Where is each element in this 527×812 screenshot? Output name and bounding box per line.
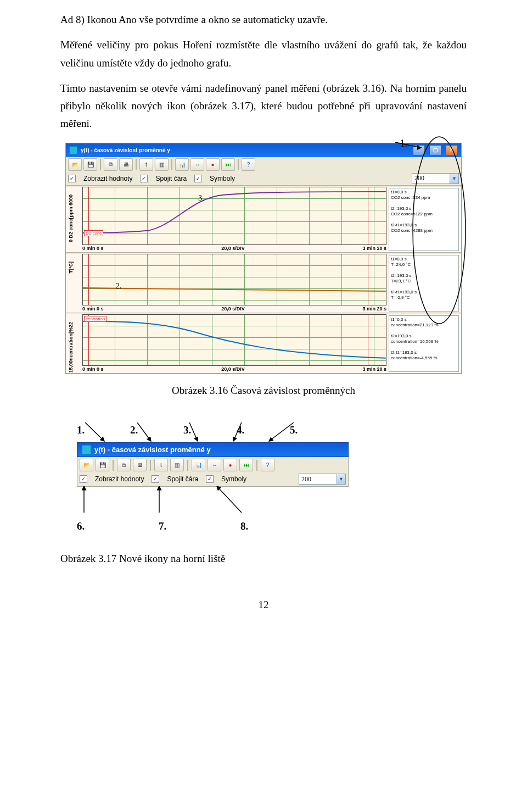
- annotation-1: 1.: [400, 138, 408, 149]
- scale-input[interactable]: [299, 475, 337, 483]
- plot-pane: 15,00ncentration[%22 centration 0 min 0 …: [66, 314, 461, 374]
- arrows-top: [77, 422, 349, 442]
- symbols-checkbox[interactable]: ✓: [194, 175, 202, 182]
- record-icon[interactable]: ●: [223, 459, 237, 471]
- skip-icon[interactable]: ⏭: [239, 459, 253, 471]
- y-axis-label: T[°C]: [68, 262, 74, 274]
- t-tool-icon[interactable]: t: [154, 459, 168, 471]
- y-axis-label: 0 D2 conc[ppm 6000: [68, 194, 74, 242]
- open-icon[interactable]: 📂: [80, 459, 93, 471]
- app-icon: [69, 146, 77, 154]
- save-icon[interactable]: 💾: [83, 158, 97, 171]
- curve: [83, 187, 386, 244]
- svg-line-6: [233, 422, 242, 441]
- help-icon[interactable]: ?: [261, 459, 274, 471]
- plot-grid: 3. D2 conc: [82, 187, 386, 245]
- show-values-checkbox[interactable]: ✓: [80, 475, 87, 483]
- plot-pane: 0 D2 conc[ppm 6000 3. D2 conc 0 min 0 s …: [66, 187, 461, 253]
- arrows-bottom: [77, 486, 349, 519]
- maximize-button[interactable]: ▢: [429, 145, 441, 155]
- paragraph-ad8: Ad 8) Ikonou Ano vše potvrdíme a okno se…: [60, 11, 467, 29]
- scale-combo[interactable]: ▼: [299, 474, 346, 485]
- svg-line-10: [217, 486, 242, 513]
- record-icon[interactable]: ●: [206, 158, 220, 171]
- scale-combo[interactable]: ▼: [412, 173, 459, 184]
- annotation-inline: 3.: [198, 194, 204, 203]
- x-axis-labels: 0 min 0 s 20,0 s/DIV 3 min 20 s: [82, 306, 386, 312]
- expand-icon[interactable]: ↔: [208, 459, 221, 471]
- toolbar-titlebar: y(t) - časová závislost proměnné y: [77, 442, 349, 457]
- svg-line-5: [189, 422, 198, 441]
- x-axis-labels: 0 min 0 s 20,0 s/DIV 3 min 20 s: [82, 246, 386, 251]
- y-axis-label: 15,00ncentration[%22: [68, 322, 74, 373]
- plot-info-panel: t1=0,0 sconcentration=21,123 %t2=193,0 s…: [389, 315, 459, 372]
- figure-window-3-16: y(t) - časová závislost proměnné y _ ▢ ✕…: [65, 143, 462, 374]
- join-lines-checkbox[interactable]: ✓: [140, 175, 148, 182]
- svg-line-3: [85, 422, 104, 441]
- help-icon[interactable]: ?: [242, 158, 255, 171]
- chart-icon[interactable]: 📊: [175, 158, 189, 171]
- columns-icon[interactable]: ▥: [155, 158, 169, 171]
- chevron-down-icon[interactable]: ▼: [337, 474, 345, 484]
- plot-badge: D2 conc: [84, 230, 103, 236]
- caption-3-16: Obrázek 3.16 Časová závislost proměnných: [60, 382, 467, 399]
- bottom-number-labels: 6. 7. 8.: [77, 518, 467, 535]
- svg-line-4: [137, 422, 151, 441]
- symbols-label: Symboly: [210, 175, 235, 182]
- page-number: 12: [60, 596, 467, 614]
- x-axis-labels: 0 min 0 s 20,0 s/DIV 3 min 20 s: [82, 366, 386, 372]
- expand-icon[interactable]: ↔: [190, 158, 204, 171]
- chevron-down-icon[interactable]: ▼: [450, 174, 458, 183]
- show-values-checkbox[interactable]: ✓: [68, 175, 76, 182]
- join-lines-checkbox[interactable]: ✓: [152, 475, 159, 483]
- plot-pane: T[°C] 2. 0 min 0 s 20,0 s/DIV 3 min 20 s…: [66, 254, 461, 313]
- plot-info-panel: t1=0,0 sCO2 conc=834 ppmt2=193,0 sCO2 co…: [389, 188, 459, 251]
- print-icon[interactable]: 🖶: [119, 158, 133, 171]
- curve: [83, 254, 386, 304]
- svg-line-7: [269, 422, 294, 441]
- copy-icon[interactable]: ⧉: [104, 158, 117, 171]
- print-icon[interactable]: 🖶: [133, 459, 147, 471]
- close-button[interactable]: ✕: [446, 145, 458, 155]
- chart-icon[interactable]: 📊: [192, 459, 205, 471]
- join-lines-label: Spojit čára: [155, 175, 187, 182]
- skip-icon[interactable]: ⏭: [221, 158, 235, 171]
- plot-grid: centration: [82, 314, 386, 366]
- plot-grid: 2.: [82, 254, 386, 305]
- join-lines-label: Spojit čára: [167, 475, 198, 483]
- app-icon: [82, 445, 91, 454]
- toolbar: 📂 💾 ⧉ 🖶 t ▥ 📊 ↔ ● ⏭ ? 1. ✓ Zobrazit hodn…: [66, 157, 461, 186]
- t-tool-icon[interactable]: t: [139, 158, 153, 171]
- annotation-inline: 2.: [116, 282, 122, 291]
- caption-3-17: Obrázek 3.17 Nové ikony na horní liště: [60, 550, 467, 568]
- symbols-checkbox[interactable]: ✓: [206, 475, 214, 483]
- symbols-label: Symboly: [221, 475, 246, 483]
- show-values-label: Zobrazit hodnoty: [95, 475, 144, 483]
- plot-info-panel: t1=0,0 sT=24,0 °Ct2=193,0 sT=23,1 °Ct2-t…: [389, 255, 459, 312]
- scale-input[interactable]: [412, 174, 450, 182]
- figure-toolbar-3-17: y(t) - časová závislost proměnné y 📂 💾 ⧉…: [77, 442, 349, 487]
- paragraph-panel: Tímto nastavením se otevře vámi nadefino…: [60, 80, 467, 133]
- plot-badge: centration: [84, 316, 106, 322]
- show-values-label: Zobrazit hodnoty: [83, 175, 132, 182]
- minimize-button[interactable]: _: [413, 145, 425, 155]
- copy-icon[interactable]: ⧉: [117, 459, 131, 471]
- save-icon[interactable]: 💾: [96, 459, 109, 471]
- curve: [83, 315, 386, 365]
- paragraph-mereni: Měřené veličiny pro pokus Hoření rozmíst…: [60, 36, 467, 72]
- window-title: y(t) - časová závislost proměnné y: [81, 147, 170, 153]
- columns-icon[interactable]: ▥: [170, 459, 184, 471]
- open-icon[interactable]: 📂: [68, 158, 82, 171]
- toolbar-title: y(t) - časová závislost proměnné y: [94, 446, 211, 454]
